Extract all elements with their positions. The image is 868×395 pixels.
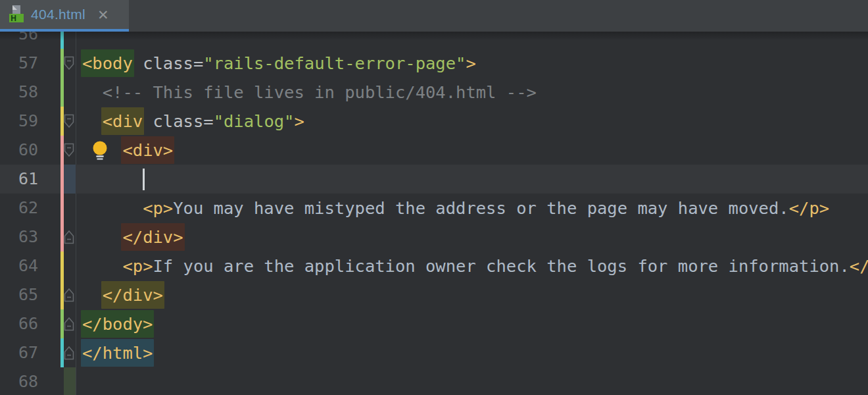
code-line[interactable]: 64 <p>If you are the application owner c… bbox=[0, 251, 868, 280]
code-token bbox=[82, 256, 122, 276]
code-token: = bbox=[203, 111, 213, 131]
code-token bbox=[82, 140, 122, 160]
highlighted-tag-token: </body> bbox=[81, 310, 154, 338]
code-line[interactable]: 67</html> bbox=[0, 338, 868, 367]
code-token bbox=[82, 82, 103, 102]
code-line[interactable]: 60 <div> bbox=[0, 136, 868, 165]
code-token: <p> bbox=[122, 256, 153, 276]
line-number: 61 bbox=[0, 165, 38, 194]
code-token: class bbox=[143, 53, 193, 73]
code-lines-container: 5657<body class="rails-default-error-pag… bbox=[0, 32, 868, 395]
line-number: 56 bbox=[0, 32, 38, 49]
code-token: > bbox=[294, 111, 304, 131]
line-number: 58 bbox=[0, 78, 38, 107]
code-token: "dialog" bbox=[214, 111, 295, 131]
code-token: <p> bbox=[143, 198, 173, 218]
code-line[interactable]: 66</body> bbox=[0, 309, 868, 338]
code-token bbox=[133, 53, 143, 73]
code-token: <!-- This file lives in public/404.html … bbox=[103, 82, 537, 102]
code-token bbox=[143, 111, 153, 131]
code-token bbox=[82, 198, 143, 218]
highlighted-tag-token: <div> bbox=[121, 136, 174, 164]
code-line[interactable]: 63 </div> bbox=[0, 223, 868, 251]
code-text: <!-- This file lives in public/404.html … bbox=[82, 78, 537, 107]
gutter-block bbox=[64, 165, 76, 194]
code-token: > bbox=[466, 53, 475, 73]
code-token: = bbox=[193, 53, 203, 73]
code-line[interactable]: 58 <!-- This file lives in public/404.ht… bbox=[0, 78, 868, 107]
highlighted-tag-token: <body bbox=[81, 49, 134, 77]
code-text: <p>If you are the application owner chec… bbox=[82, 251, 868, 280]
code-token: If you are the application owner check t… bbox=[153, 256, 849, 276]
html-file-icon: H bbox=[8, 5, 25, 24]
code-text: </body> bbox=[82, 309, 153, 338]
code-token: class bbox=[153, 111, 204, 131]
code-token bbox=[82, 227, 122, 247]
vcs-change-stripe bbox=[60, 251, 64, 280]
fold-end-icon[interactable] bbox=[63, 346, 75, 360]
gutter-block bbox=[64, 367, 76, 395]
fold-end-icon[interactable] bbox=[63, 288, 75, 302]
code-token bbox=[82, 111, 103, 131]
code-text: <p>You may have mistyped the address or … bbox=[82, 194, 829, 223]
line-number: 65 bbox=[0, 280, 38, 309]
code-token: "rails-default-error-page" bbox=[203, 53, 466, 73]
code-token bbox=[82, 285, 103, 305]
code-line[interactable]: 56 bbox=[0, 32, 868, 49]
fold-start-icon[interactable] bbox=[63, 56, 75, 70]
code-line[interactable]: 62 <p>You may have mistyped the address … bbox=[0, 194, 868, 223]
file-tab[interactable]: H 404.html ✕ bbox=[0, 0, 129, 32]
code-editor[interactable]: 5657<body class="rails-default-error-pag… bbox=[0, 32, 868, 395]
code-text: </div> bbox=[82, 280, 163, 309]
code-text: </html> bbox=[82, 338, 153, 367]
code-line[interactable]: 57<body class="rails-default-error-page"… bbox=[0, 49, 868, 78]
code-line[interactable]: 68 bbox=[0, 367, 868, 395]
vcs-change-stripe bbox=[60, 32, 64, 49]
code-token: You may have mistyped the address or the… bbox=[173, 198, 789, 218]
highlighted-tag-token: </div> bbox=[101, 281, 164, 309]
file-icon-letter: H bbox=[11, 14, 16, 23]
code-token: </p> bbox=[789, 198, 829, 218]
line-number: 64 bbox=[0, 251, 38, 280]
code-token: </p> bbox=[850, 256, 868, 276]
highlighted-tag-token: </html> bbox=[81, 339, 154, 367]
code-text: <div> bbox=[82, 136, 173, 165]
code-text: </div> bbox=[82, 223, 183, 251]
editor-tab-bar: H 404.html ✕ bbox=[0, 0, 868, 32]
line-number: 59 bbox=[0, 107, 38, 136]
fold-start-icon[interactable] bbox=[63, 143, 75, 157]
line-number: 66 bbox=[0, 309, 38, 338]
line-number: 62 bbox=[0, 194, 38, 223]
line-number: 68 bbox=[0, 367, 38, 395]
vcs-change-stripe bbox=[60, 194, 64, 223]
line-number: 63 bbox=[0, 223, 38, 251]
tab-close-icon[interactable]: ✕ bbox=[97, 8, 109, 22]
fold-end-icon[interactable] bbox=[63, 230, 75, 244]
code-text: <div class="dialog"> bbox=[82, 107, 304, 136]
vcs-change-stripe bbox=[60, 78, 64, 107]
code-line[interactable]: 59 <div class="dialog"> bbox=[0, 107, 868, 136]
code-line[interactable]: 65 </div> bbox=[0, 280, 868, 309]
fold-end-icon[interactable] bbox=[63, 317, 75, 331]
code-text: <body class="rails-default-error-page"> bbox=[82, 49, 476, 78]
code-line[interactable]: 61 bbox=[0, 165, 868, 194]
text-caret bbox=[143, 169, 145, 190]
highlighted-tag-token: <div bbox=[101, 107, 144, 135]
line-number: 60 bbox=[0, 136, 38, 165]
line-number: 57 bbox=[0, 49, 38, 78]
highlighted-tag-token: </div> bbox=[121, 223, 184, 251]
line-number: 67 bbox=[0, 338, 38, 367]
file-tab-label: 404.html bbox=[31, 7, 85, 22]
fold-start-icon[interactable] bbox=[63, 114, 75, 128]
